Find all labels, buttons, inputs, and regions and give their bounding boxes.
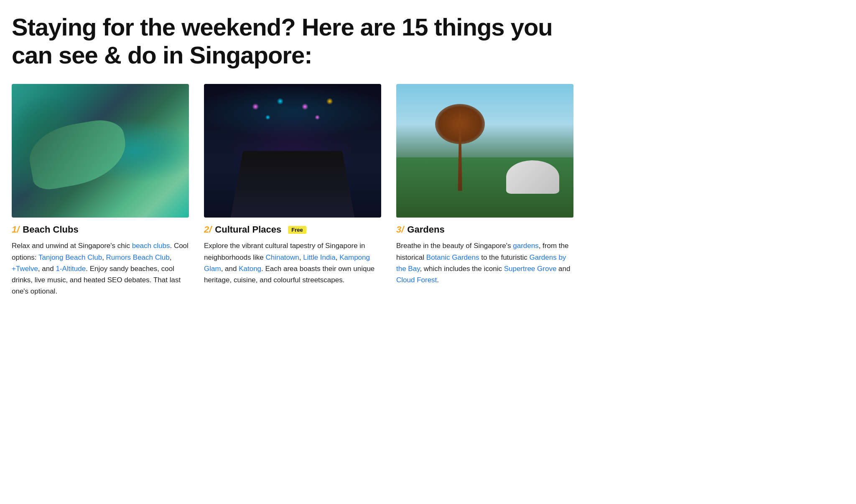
dome-building bbox=[506, 160, 559, 194]
cards-grid: 1/ Beach Clubs Relax and unwind at Singa… bbox=[12, 84, 573, 297]
little-india-link[interactable]: Little India bbox=[303, 253, 336, 261]
chinatown-link[interactable]: Chinatown bbox=[265, 253, 299, 261]
tanjong-link[interactable]: Tanjong Beach Club bbox=[38, 253, 102, 261]
twelve-link[interactable]: +Twelve bbox=[12, 265, 38, 273]
supertree-canopy bbox=[435, 104, 485, 144]
card-2: 2/ Cultural Places Free Explore the vibr… bbox=[204, 84, 381, 297]
card-2-header: 2/ Cultural Places Free bbox=[204, 224, 381, 235]
beach-clubs-link[interactable]: beach clubs bbox=[132, 242, 170, 250]
card-2-description: Explore the vibrant cultural tapestry of… bbox=[204, 240, 381, 286]
card-1-image bbox=[12, 84, 189, 218]
supertree-grove-link[interactable]: Supertree Grove bbox=[504, 265, 557, 273]
card-3-image bbox=[396, 84, 573, 218]
card-2-title: Cultural Places bbox=[215, 224, 281, 235]
rumors-link[interactable]: Rumors Beach Club bbox=[106, 253, 170, 261]
free-badge: Free bbox=[288, 226, 306, 234]
card-1-number: 1/ bbox=[12, 224, 19, 235]
altitude-link[interactable]: 1-Altitude bbox=[56, 265, 86, 273]
botanic-gardens-link[interactable]: Botanic Gardens bbox=[426, 253, 479, 261]
card-1-description: Relax and unwind at Singapore's chic bea… bbox=[12, 240, 189, 297]
card-3-number: 3/ bbox=[396, 224, 404, 235]
page-title: Staying for the weekend? Here are 15 thi… bbox=[12, 13, 573, 69]
card-2-image-road bbox=[231, 151, 355, 218]
katong-link[interactable]: Katong bbox=[239, 265, 261, 273]
card-3-description: Breathe in the beauty of Singapore's gar… bbox=[396, 240, 573, 286]
card-1-header: 1/ Beach Clubs bbox=[12, 224, 189, 235]
card-3: 3/ Gardens Breathe in the beauty of Sing… bbox=[396, 84, 573, 297]
gardens-link[interactable]: gardens bbox=[513, 242, 538, 250]
card-2-number: 2/ bbox=[204, 224, 211, 235]
card-1: 1/ Beach Clubs Relax and unwind at Singa… bbox=[12, 84, 189, 297]
card-3-header: 3/ Gardens bbox=[396, 224, 573, 235]
card-3-title: Gardens bbox=[407, 224, 444, 235]
card-2-image bbox=[204, 84, 381, 218]
cloud-forest-link[interactable]: Cloud Forest bbox=[396, 276, 437, 284]
card-1-title: Beach Clubs bbox=[23, 224, 78, 235]
